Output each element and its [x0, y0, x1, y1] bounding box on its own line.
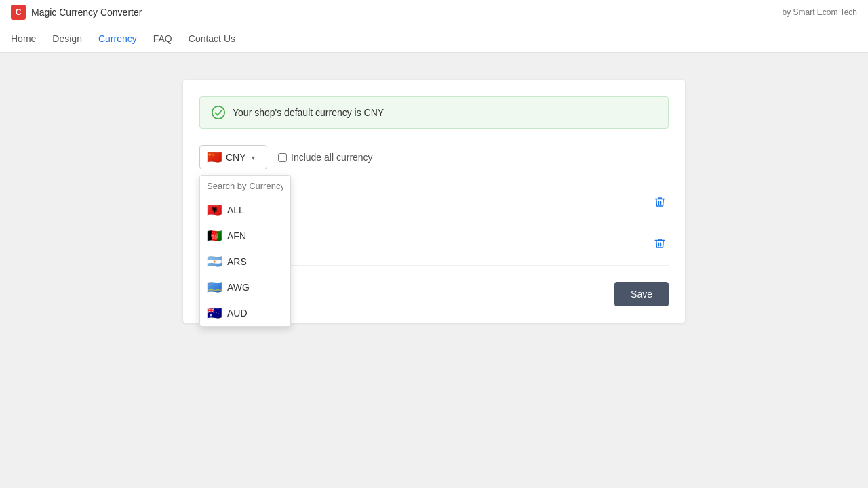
logo-letter: C: [16, 7, 22, 17]
item-flag: 🇦🇱: [207, 203, 222, 218]
selected-flag: 🇨🇳: [207, 150, 222, 165]
item-code: AUD: [227, 308, 248, 319]
currency-selector-button[interactable]: 🇨🇳 CNY ▾: [199, 145, 267, 169]
selected-code: CNY: [226, 152, 246, 163]
nav-item-contact[interactable]: Contact Us: [189, 30, 235, 47]
include-all-checkbox[interactable]: [278, 153, 287, 162]
save-button[interactable]: Save: [614, 282, 669, 306]
dropdown-item[interactable]: 🇦🇱ALL: [200, 197, 290, 223]
check-circle-icon: [211, 105, 226, 120]
dropdown-item[interactable]: 🇦🇼AWG: [200, 274, 290, 300]
controls-row: 🇨🇳 CNY ▾ Include all currency 🇦🇱ALL🇦🇫AFN…: [199, 145, 669, 169]
header-left: C Magic Currency Converter: [11, 5, 142, 20]
app-header: C Magic Currency Converter by Smart Ecom…: [0, 0, 868, 24]
app-logo: C: [11, 5, 26, 20]
nav-item-faq[interactable]: FAQ: [153, 30, 172, 47]
default-currency-alert: Your shop's default currency is CNY: [199, 96, 669, 129]
nav-item-currency[interactable]: Currency: [98, 30, 137, 47]
chevron-down-icon: ▾: [252, 154, 255, 161]
item-flag: 🇦🇺: [207, 306, 222, 321]
header-byline: by Smart Ecom Tech: [783, 7, 857, 17]
dropdown-item[interactable]: 🇦🇺AUD: [200, 300, 290, 326]
settings-card: Your shop's default currency is CNY 🇨🇳 C…: [183, 80, 685, 323]
item-code: ALL: [227, 205, 244, 216]
item-code: ARS: [227, 256, 247, 267]
nav-item-home[interactable]: Home: [11, 30, 36, 47]
main-content: Your shop's default currency is CNY 🇨🇳 C…: [0, 53, 868, 350]
trash-icon: [654, 196, 666, 208]
trash-icon: [654, 237, 666, 249]
item-flag: 🇦🇫: [207, 228, 222, 243]
app-title: Magic Currency Converter: [31, 7, 142, 18]
main-nav: Home Design Currency FAQ Contact Us: [0, 24, 868, 53]
include-all-label[interactable]: Include all currency: [291, 152, 373, 163]
dropdown-item[interactable]: 🇦🇷ARS: [200, 249, 290, 274]
delete-button[interactable]: [651, 235, 669, 256]
include-all-row: Include all currency: [278, 152, 373, 163]
item-code: AFN: [227, 230, 246, 241]
currency-dropdown: 🇦🇱ALL🇦🇫AFN🇦🇷ARS🇦🇼AWG🇦🇺AUD: [199, 175, 291, 327]
nav-item-design[interactable]: Design: [52, 30, 82, 47]
currency-search-input[interactable]: [200, 176, 290, 197]
alert-text: Your shop's default currency is CNY: [233, 107, 384, 118]
delete-button[interactable]: [651, 193, 669, 214]
item-flag: 🇦🇷: [207, 254, 222, 269]
svg-point-0: [212, 106, 224, 119]
item-code: AWG: [227, 282, 250, 293]
dropdown-item[interactable]: 🇦🇫AFN: [200, 223, 290, 249]
dropdown-list: 🇦🇱ALL🇦🇫AFN🇦🇷ARS🇦🇼AWG🇦🇺AUD: [200, 197, 290, 326]
item-flag: 🇦🇼: [207, 280, 222, 295]
